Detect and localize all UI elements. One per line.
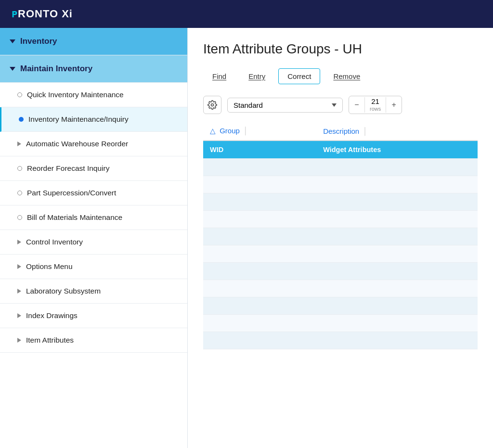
sidebar-label: Part Supercession/Convert — [27, 189, 116, 197]
sidebar-label: Bill of Materials Maintenance — [27, 213, 122, 222]
cell-description — [316, 297, 478, 315]
triangle-icon — [17, 289, 21, 294]
sidebar-item-control-inventory[interactable]: Control Inventory — [0, 230, 187, 255]
col-resize-handle[interactable]: │ — [363, 127, 366, 135]
col-description: Description │ — [316, 122, 478, 141]
data-table: △ Group │ Description │ WIDWidget Attrib… — [203, 122, 478, 349]
table-row[interactable] — [203, 176, 478, 193]
svg-point-0 — [211, 104, 214, 106]
table-row[interactable] — [203, 315, 478, 332]
sidebar-label: Automatic Warehouse Reorder — [26, 140, 128, 148]
cell-description — [316, 245, 478, 263]
sidebar-item-laboratory[interactable]: Laboratory Subsystem — [0, 279, 187, 304]
col-group: △ Group │ — [203, 122, 316, 141]
gear-icon — [208, 100, 217, 110]
sidebar-label: Laboratory Subsystem — [26, 287, 101, 295]
rows-label: rows — [370, 106, 381, 112]
cell-description — [316, 176, 478, 193]
circle-icon — [17, 215, 22, 220]
table-row[interactable] — [203, 280, 478, 297]
cell-group — [203, 263, 316, 280]
sidebar-item-auto-warehouse[interactable]: Automatic Warehouse Reorder — [0, 132, 187, 156]
cell-group — [203, 315, 316, 332]
table-row[interactable] — [203, 159, 478, 176]
dropdown-arrow-icon — [332, 103, 337, 107]
table-row[interactable] — [203, 193, 478, 211]
cell-description — [316, 315, 478, 332]
rows-decrease-button[interactable]: − — [349, 96, 364, 114]
tab-find[interactable]: Find — [203, 68, 235, 84]
toolbar-row: Standard − 21 rows + — [203, 96, 478, 114]
sidebar-item-quick-inventory[interactable]: Quick Inventory Maintenance — [0, 83, 187, 107]
circle-icon — [17, 191, 22, 195]
cell-group — [203, 245, 316, 263]
rows-display: 21 rows — [364, 97, 386, 112]
sidebar-label: Index Drawings — [26, 311, 78, 320]
sidebar-label-maintain-inventory: Maintain Inventory — [20, 64, 92, 74]
content-area: Item Attribute Groups - UH Find Entry Co… — [188, 28, 493, 448]
sidebar-item-inventory-maintenance[interactable]: Inventory Maintenance/Inquiry — [0, 107, 187, 132]
dot-icon — [19, 117, 24, 122]
cell-group — [203, 193, 316, 211]
topbar: ᴘRONTO Xi — [0, 0, 493, 28]
table-row[interactable] — [203, 332, 478, 349]
cell-description: Widget Attributes — [316, 141, 478, 159]
cell-group — [203, 332, 316, 349]
main-layout: Inventory Maintain Inventory Quick Inven… — [0, 28, 493, 448]
table-row[interactable]: WIDWidget Attributes — [203, 141, 478, 159]
sidebar-label: Options Menu — [26, 262, 73, 271]
sidebar-item-bill-of-materials[interactable]: Bill of Materials Maintenance — [0, 205, 187, 230]
table-row[interactable] — [203, 263, 478, 280]
cell-description — [316, 332, 478, 349]
cell-group — [203, 211, 316, 228]
table-row[interactable] — [203, 245, 478, 263]
logo-p: ᴘ — [12, 8, 18, 20]
triangle-icon — [17, 313, 21, 318]
gear-button[interactable] — [203, 96, 221, 114]
chevron-down-icon — [10, 67, 15, 71]
table-body: WIDWidget Attributes — [203, 141, 478, 349]
logo: ᴘRONTO Xi — [12, 8, 73, 20]
circle-icon — [17, 166, 22, 171]
cell-description — [316, 211, 478, 228]
col-resize-handle[interactable]: │ — [244, 127, 246, 135]
tabs-bar: Find Entry Correct Remove — [203, 68, 478, 84]
cell-description — [316, 228, 478, 245]
cell-group — [203, 159, 316, 176]
cell-group — [203, 228, 316, 245]
rows-increase-button[interactable]: + — [386, 96, 402, 114]
table-row[interactable] — [203, 228, 478, 245]
cell-group: WID — [203, 141, 316, 159]
view-dropdown[interactable]: Standard — [227, 98, 343, 113]
triangle-icon — [17, 141, 21, 146]
cell-group — [203, 280, 316, 297]
cell-group — [203, 297, 316, 315]
sidebar-item-part-supercession[interactable]: Part Supercession/Convert — [0, 181, 187, 205]
sidebar-item-reorder-forecast[interactable]: Reorder Forecast Inquiry — [0, 156, 187, 181]
rows-control: − 21 rows + — [349, 96, 402, 114]
sidebar-item-options-menu[interactable]: Options Menu — [0, 255, 187, 279]
sidebar-label: Control Inventory — [26, 238, 83, 246]
circle-icon — [17, 92, 22, 97]
sidebar-label: Quick Inventory Maintenance — [27, 90, 124, 99]
sort-icon: △ — [210, 127, 216, 135]
sidebar-item-inventory[interactable]: Inventory — [0, 28, 187, 55]
sidebar-label: Item Attributes — [26, 336, 74, 345]
table-row[interactable] — [203, 211, 478, 228]
tab-entry[interactable]: Entry — [239, 68, 274, 84]
table-row[interactable] — [203, 297, 478, 315]
triangle-icon — [17, 240, 21, 244]
sidebar-label: Reorder Forecast Inquiry — [27, 164, 109, 173]
tab-remove[interactable]: Remove — [324, 68, 369, 84]
sidebar-item-index-drawings[interactable]: Index Drawings — [0, 304, 187, 328]
sidebar-item-item-attributes[interactable]: Item Attributes — [0, 328, 187, 353]
sidebar-label-inventory: Inventory — [20, 37, 57, 46]
page-title: Item Attribute Groups - UH — [203, 41, 478, 57]
tab-correct[interactable]: Correct — [278, 68, 320, 84]
cell-description — [316, 159, 478, 176]
sidebar-item-maintain-inventory[interactable]: Maintain Inventory — [0, 55, 187, 83]
dropdown-value: Standard — [234, 101, 263, 109]
sidebar-label: Inventory Maintenance/Inquiry — [28, 115, 129, 124]
cell-description — [316, 280, 478, 297]
rows-count: 21 — [370, 97, 381, 106]
